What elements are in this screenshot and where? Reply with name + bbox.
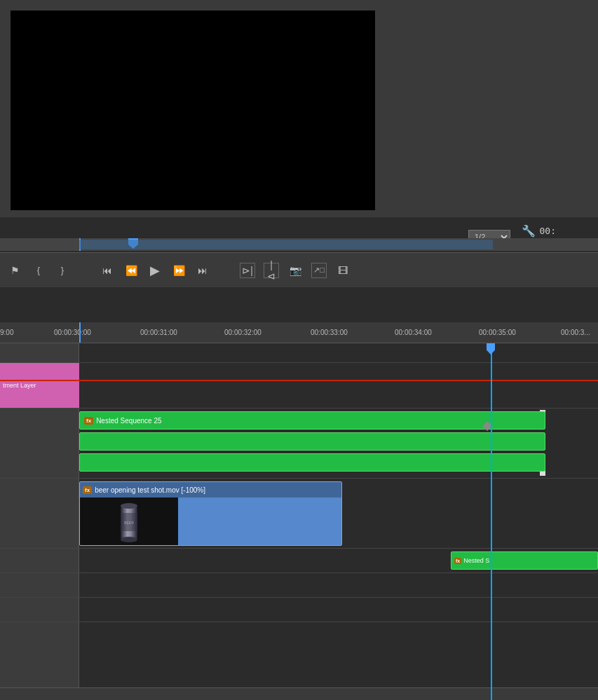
preview-area: Full 1/2 1/4 1/8 🔧 00: (0, 0, 598, 217)
time-marker-5: 00:00:34:00 (395, 329, 432, 336)
beer-clip-thumbnail: BEER (80, 497, 178, 546)
time-marker-3: 00:00:32:00 (224, 329, 261, 336)
nested-seq-label: Nested Sequence 25 (96, 417, 161, 425)
svg-point-1 (121, 503, 137, 509)
timeline-playhead-line (491, 343, 492, 700)
nested-seq-bot-strip[interactable] (79, 453, 545, 472)
nested-seq-block[interactable]: fx Nested Sequence 25 (79, 410, 545, 476)
time-marker-0: 9:00 (0, 329, 13, 336)
nested-s-block[interactable]: fx Nested S (451, 551, 598, 570)
adjustment-track-label: tment Layer (0, 363, 79, 408)
beer-clip-label: beer opening test shot.mov [-100%] (95, 486, 205, 494)
svg-text:BEER: BEER (124, 521, 134, 525)
extra-track-2-label (0, 598, 79, 622)
nested-seq-track: fx Nested Sequence 25 (0, 409, 598, 479)
marker-button[interactable]: ⚑ (7, 263, 22, 278)
beer-can-svg: BEER (118, 502, 140, 542)
video-preview (11, 11, 375, 210)
timeline-area: 9:00 00:00:30:00 00:00:31:00 00:00:32:00… (0, 322, 598, 700)
time-marker-4: 00:00:33:00 (311, 329, 348, 336)
in-point-button[interactable]: { (31, 263, 46, 278)
play-button[interactable]: ▶ (147, 263, 163, 278)
nested-s-track: fx Nested S (0, 549, 598, 573)
seek-bar[interactable] (0, 238, 598, 251)
film-strip-button[interactable]: 🎞 (335, 263, 351, 278)
beer-video-track: fx beer opening test shot.mov [-100%] (0, 479, 598, 549)
adjustment-layer-label-block: tment Layer (0, 363, 79, 408)
nested-seq-label-area (0, 409, 79, 478)
nested-s-label: Nested S (463, 557, 489, 564)
export-frame-button[interactable]: ↗□ (311, 263, 327, 278)
timeline-ruler: 9:00 00:00:30:00 00:00:31:00 00:00:32:00… (0, 322, 598, 343)
red-work-area-line (0, 380, 598, 381)
snapshot-button[interactable]: 📷 (287, 263, 303, 278)
nested-s-label-area (0, 549, 79, 572)
timecode-display: 00: (540, 226, 556, 236)
extra-track-2 (0, 598, 598, 622)
extra-track-1-label (0, 573, 79, 597)
fx-badge-nested-s: fx (454, 558, 461, 564)
beer-track-label (0, 479, 79, 548)
fx-badge-beer: fx (83, 486, 92, 494)
step-forward-button[interactable]: ⏩ (171, 263, 186, 278)
seek-bar-fill (79, 240, 493, 249)
beer-clip-fill (178, 497, 341, 545)
wrench-icon[interactable]: 🔧 (522, 224, 536, 238)
step-back-button[interactable]: ⏪ (123, 263, 139, 278)
extra-track-1 (0, 573, 598, 598)
adjustment-layer-track: tment Layer (0, 363, 598, 409)
track-label-1 (0, 343, 79, 362)
time-marker-6: 00:00:35:00 (479, 329, 516, 336)
trim-next-button[interactable]: |⊲ (264, 263, 279, 278)
beer-clip-header: fx beer opening test shot.mov [-100%] (80, 482, 341, 497)
zoom-controls-area[interactable] (0, 687, 598, 700)
go-to-out-button[interactable]: ⏭ (195, 263, 210, 278)
track-empty-1 (0, 343, 598, 363)
fx-badge-nested: fx (84, 417, 93, 425)
nested-seq-top-strip[interactable]: fx Nested Sequence 25 (79, 411, 545, 430)
beer-clip[interactable]: fx beer opening test shot.mov [-100%] (79, 481, 342, 546)
nested-seq-mid-strip[interactable] (79, 432, 545, 451)
time-marker-1: 00:00:30:00 (54, 329, 91, 336)
ruler-start-line (79, 322, 81, 343)
time-marker-7: 00:00:3... (561, 329, 590, 336)
out-point-button[interactable]: } (55, 263, 70, 278)
trim-prev-button[interactable]: ⊳| (240, 263, 255, 278)
adjustment-track-content (79, 363, 598, 408)
transport-controls: ⚑ { } ⏮ ⏪ ▶ ⏩ ⏭ ⊳| |⊲ 📷 ↗□ 🎞 (0, 252, 598, 287)
tracks-container: tment Layer fx Nested Sequence 25 (0, 343, 598, 700)
svg-point-2 (121, 537, 137, 542)
adjustment-layer-text: tment Layer (3, 382, 36, 389)
time-marker-2: 00:00:31:00 (140, 329, 177, 336)
go-to-in-button[interactable]: ⏮ (100, 263, 115, 278)
